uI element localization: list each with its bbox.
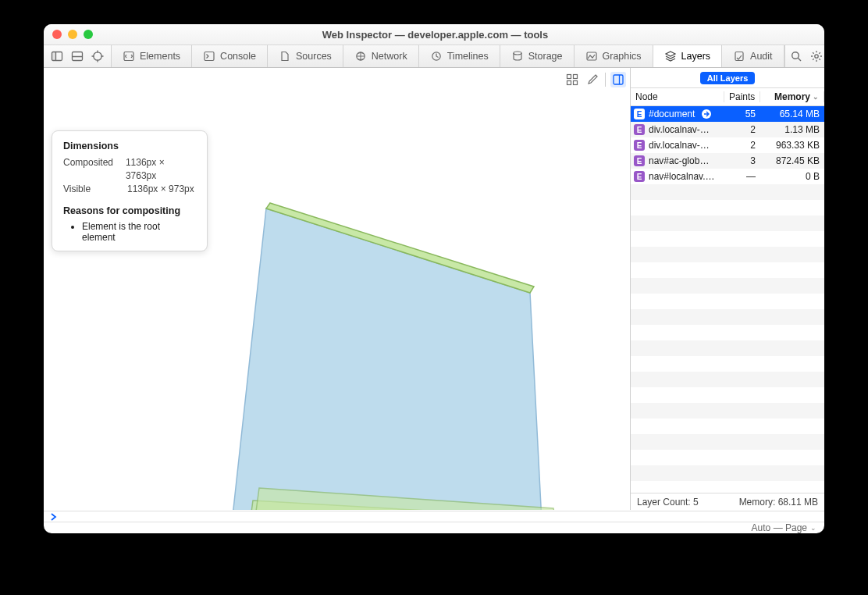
close-button[interactable] — [52, 30, 62, 39]
web-inspector-window: Web Inspector — developer.apple.com — to… — [44, 24, 824, 533]
zoom-mode-label[interactable]: Auto — Page — [752, 522, 807, 533]
gear-icon — [810, 50, 823, 62]
svg-line-26 — [819, 52, 820, 54]
titlebar: Web Inspector — developer.apple.com — to… — [44, 24, 824, 45]
tab-label: Graphics — [603, 51, 642, 62]
dock-bottom-icon — [71, 50, 84, 62]
visible-value: 1136px × 973px — [127, 183, 194, 196]
svg-rect-30 — [567, 80, 571, 84]
layers-table[interactable]: E#document5565.14 MBEdiv.localnav-…21.13… — [631, 106, 824, 493]
search-button[interactable] — [790, 50, 802, 62]
svg-point-19 — [814, 55, 817, 58]
tab-bar: ElementsConsoleSourcesNetworkTimelinesSt… — [112, 45, 784, 67]
composited-value: 1136px × 3763px — [126, 156, 196, 183]
layer-node-name: nav#localnav.… — [649, 171, 715, 182]
graphics-icon — [585, 50, 598, 62]
tab-label: Sources — [296, 51, 332, 62]
tab-console[interactable]: Console — [192, 45, 268, 67]
layer-paints-value: 55 — [724, 109, 760, 119]
timelines-icon — [430, 50, 443, 62]
zoom-button[interactable] — [84, 30, 93, 39]
dock-left-button[interactable] — [48, 45, 66, 67]
layer-row[interactable]: Enav#localnav.…—0 B — [631, 169, 824, 184]
chevron-down-icon: ⌄ — [810, 524, 816, 532]
svg-rect-16 — [735, 52, 743, 61]
toolbar: ElementsConsoleSourcesNetworkTimelinesSt… — [44, 45, 824, 68]
layers-sidebar: All Layers Node Paints Memory ⌄ E#docume… — [630, 68, 824, 510]
tab-label: Storage — [528, 51, 563, 62]
audit-icon — [733, 50, 745, 62]
tab-audit[interactable]: Audit — [722, 45, 784, 67]
layer-node-name: div.localnav-… — [649, 124, 710, 135]
layers-icon — [664, 50, 677, 62]
layer-row[interactable]: Enav#ac-glob…3872.45 KB — [631, 153, 824, 169]
tab-label: Console — [220, 51, 256, 62]
tab-label: Layers — [681, 51, 711, 62]
svg-point-5 — [94, 52, 101, 60]
svg-rect-31 — [574, 80, 578, 84]
layer-paints-value: 2 — [724, 124, 760, 135]
col-node[interactable]: Node — [631, 91, 724, 102]
popover-dimensions-heading: Dimensions — [63, 141, 196, 151]
details-panel-icon — [612, 73, 624, 86]
network-icon — [354, 50, 367, 62]
tab-layers[interactable]: Layers — [653, 45, 723, 67]
viewport-details-button[interactable] — [610, 72, 626, 87]
layer-node-name: #document — [649, 109, 695, 119]
storage-icon — [511, 50, 524, 62]
svg-point-14 — [514, 52, 521, 55]
svg-rect-11 — [205, 52, 214, 61]
sidebar-footer: Layer Count: 5 Memory: 68.11 MB — [631, 493, 824, 510]
tab-timelines[interactable]: Timelines — [419, 45, 500, 67]
toolbar-right — [784, 45, 824, 67]
console-prompt-bar[interactable] — [44, 511, 824, 522]
tab-label: Audit — [750, 51, 773, 62]
sources-icon — [279, 50, 291, 62]
tab-graphics[interactable]: Graphics — [575, 45, 653, 67]
dock-bottom-button[interactable] — [69, 45, 86, 67]
window-controls — [44, 30, 93, 39]
tab-label: Timelines — [447, 51, 489, 62]
svg-rect-32 — [614, 75, 623, 84]
elements-icon — [123, 50, 135, 62]
layer-memory-value: 963.33 KB — [760, 140, 824, 151]
sidebar-scope-bar: All Layers — [631, 68, 824, 88]
sort-descending-icon: ⌄ — [813, 93, 819, 101]
layer-memory-value: 872.45 KB — [760, 155, 824, 166]
element-badge-icon: E — [634, 171, 645, 182]
col-paints[interactable]: Paints — [724, 91, 760, 102]
popover-reasons-heading: Reasons for compositing — [63, 205, 196, 216]
dock-buttons — [44, 45, 112, 67]
tab-sources[interactable]: Sources — [268, 45, 343, 67]
tab-elements[interactable]: Elements — [112, 45, 192, 67]
layer-row[interactable]: Ediv.localnav-…2963.33 KB — [631, 137, 824, 153]
layer-paints-value: 2 — [724, 140, 760, 151]
element-badge-icon: E — [634, 140, 645, 151]
element-badge-icon: E — [634, 109, 645, 119]
viewport-grid-button[interactable] — [564, 72, 580, 87]
tab-storage[interactable]: Storage — [500, 45, 575, 67]
layers-3d-viewport[interactable]: Dimensions Composited 1136px × 3763px Vi… — [44, 68, 630, 510]
tab-network[interactable]: Network — [343, 45, 419, 67]
layer-row[interactable]: E#document5565.14 MB — [631, 106, 824, 122]
element-badge-icon: E — [634, 124, 645, 135]
composited-label: Composited — [63, 156, 126, 183]
element-select-button[interactable] — [89, 45, 106, 67]
minimize-button[interactable] — [68, 30, 77, 39]
viewport-paint-button[interactable] — [585, 72, 600, 87]
tab-label: Elements — [140, 51, 180, 62]
search-icon — [790, 50, 802, 62]
chevron-right-icon — [50, 513, 58, 521]
settings-button[interactable] — [810, 50, 823, 62]
go-to-arrow-icon[interactable] — [702, 109, 711, 119]
bottom-bar: Auto — Page ⌄ — [44, 522, 824, 533]
layers-3d-scene — [223, 185, 575, 510]
col-memory[interactable]: Memory ⌄ — [760, 91, 824, 102]
window-title: Web Inspector — developer.apple.com — to… — [93, 29, 824, 41]
layer-details-popover: Dimensions Composited 1136px × 3763px Vi… — [52, 130, 208, 251]
viewport-toolbar — [564, 68, 630, 91]
layer-row[interactable]: Ediv.localnav-…21.13 MB — [631, 122, 824, 137]
svg-line-18 — [798, 58, 801, 61]
layer-memory-value: 65.14 MB — [760, 109, 824, 119]
scope-pill-all-layers[interactable]: All Layers — [700, 72, 756, 84]
